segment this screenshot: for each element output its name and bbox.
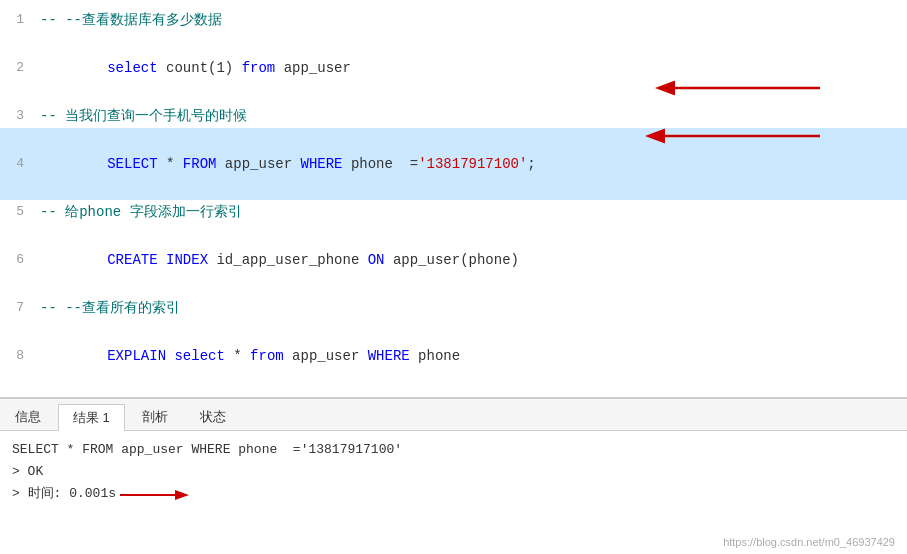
line-num-7: 7 xyxy=(0,296,40,320)
tab-profile[interactable]: 剖析 xyxy=(127,403,183,430)
line-num-4: 4 xyxy=(0,152,40,176)
code-line-1: 1 -- --查看数据库有多少数据 xyxy=(0,8,907,32)
tab-status[interactable]: 状态 xyxy=(185,403,241,430)
line-content-1: -- --查看数据库有多少数据 xyxy=(40,8,907,32)
output-line-3: > 时间: 0.001s xyxy=(12,483,116,505)
line-content-3: -- 当我们查询一个手机号的时候 xyxy=(40,104,907,128)
code-line-3: 3 -- 当我们查询一个手机号的时候 xyxy=(0,104,907,128)
watermark: https://blog.csdn.net/m0_46937429 xyxy=(723,536,895,548)
output-arrow-svg xyxy=(120,485,200,503)
bottom-panel: 信息 结果 1 剖析 状态 SELECT * FROM app_user WHE… xyxy=(0,399,907,554)
code-line-2: 2 select count(1) from app_user xyxy=(0,32,907,104)
line-content-2: select count(1) from app_user xyxy=(40,32,907,104)
line-num-2: 2 xyxy=(0,56,40,80)
line-content-8: EXPLAIN select * from app_user WHERE pho… xyxy=(40,320,907,392)
code-lines: 1 -- --查看数据库有多少数据 2 select count(1) from… xyxy=(0,8,907,392)
line-content-6: CREATE INDEX id_app_user_phone ON app_us… xyxy=(40,224,907,296)
line-num-8: 8 xyxy=(0,344,40,368)
tab-bar: 信息 结果 1 剖析 状态 xyxy=(0,399,907,431)
line-num-1: 1 xyxy=(0,8,40,32)
code-line-5: 5 -- 给phone 字段添加一行索引 xyxy=(0,200,907,224)
code-line-4: 4 SELECT * FROM app_user WHERE phone ='1… xyxy=(0,128,907,200)
output-area: SELECT * FROM app_user WHERE phone ='138… xyxy=(0,431,907,554)
code-line-7: 7 -- --查看所有的索引 xyxy=(0,296,907,320)
tab-info[interactable]: 信息 xyxy=(0,403,56,430)
line-content-4: SELECT * FROM app_user WHERE phone ='138… xyxy=(40,128,907,200)
line-num-5: 5 xyxy=(0,200,40,224)
line-content-7: -- --查看所有的索引 xyxy=(40,296,907,320)
line-num-3: 3 xyxy=(0,104,40,128)
code-editor[interactable]: 1 -- --查看数据库有多少数据 2 select count(1) from… xyxy=(0,0,907,399)
output-line-3-row: > 时间: 0.001s xyxy=(12,483,895,505)
code-line-8: 8 EXPLAIN select * from app_user WHERE p… xyxy=(0,320,907,392)
output-line-1: SELECT * FROM app_user WHERE phone ='138… xyxy=(12,439,895,461)
tab-result1[interactable]: 结果 1 xyxy=(58,404,125,431)
code-line-6: 6 CREATE INDEX id_app_user_phone ON app_… xyxy=(0,224,907,296)
line-num-6: 6 xyxy=(0,248,40,272)
output-line-2: > OK xyxy=(12,461,895,483)
line-content-5: -- 给phone 字段添加一行索引 xyxy=(40,200,907,224)
